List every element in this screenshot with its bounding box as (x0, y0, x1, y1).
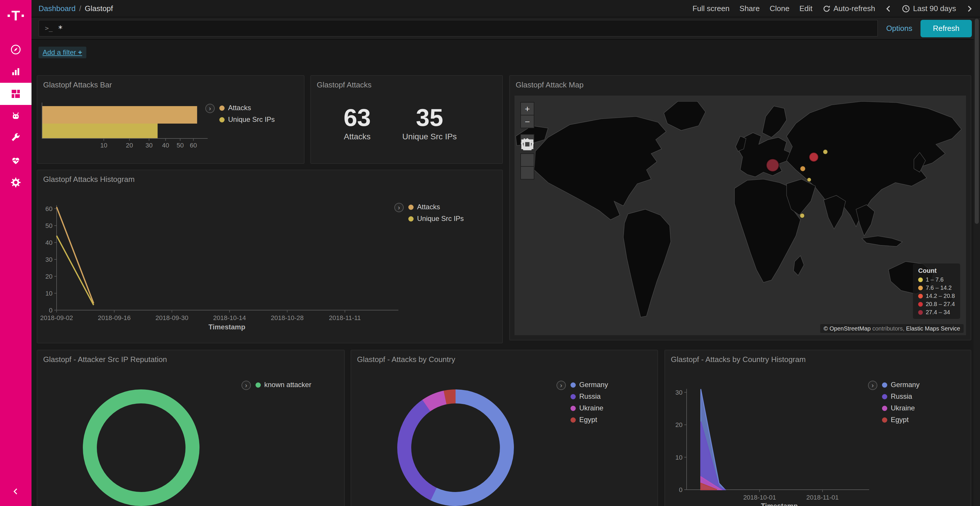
metric-value: 63 (344, 104, 371, 131)
edit-button[interactable]: Edit (799, 4, 813, 13)
collapse-nav-button[interactable] (11, 486, 21, 499)
chevron-left-icon (11, 486, 21, 496)
svg-text:10: 10 (100, 142, 107, 149)
map-legend-item: 1 – 7.6 (918, 276, 955, 283)
legend-item[interactable]: Russia (882, 392, 920, 400)
map-legend-item: 20.8 – 27.4 (918, 301, 955, 307)
legend-toggle-icon[interactable]: › (205, 104, 215, 113)
panel-glastopf-attacks-metric: Glastopf Attacks 63 Attacks 35 Unique Sr… (310, 75, 503, 164)
legend-label: Attacks (228, 104, 251, 112)
refresh-button[interactable]: Refresh (921, 19, 972, 37)
legend-color-dot (571, 417, 576, 422)
sidebar-item-devtools[interactable] (0, 127, 32, 149)
heartbeat-icon (10, 154, 22, 166)
legend-label: Egypt (891, 416, 908, 424)
query-prompt-icon: >_ (45, 24, 53, 32)
filter-bar: Add a filter + (32, 40, 980, 65)
telekom-logo[interactable]: T (7, 0, 24, 32)
sidebar-item-timelion[interactable] (0, 105, 32, 127)
legend-item[interactable]: Unique Src IPs (408, 214, 464, 223)
time-back-button[interactable] (885, 5, 892, 13)
legend-toggle-icon[interactable]: › (242, 381, 251, 390)
legend-item[interactable]: Egypt (882, 416, 920, 424)
svg-text:10: 10 (46, 290, 52, 297)
attribution-osm[interactable]: © OpenStreetMap (824, 325, 871, 332)
svg-text:30: 30 (146, 142, 153, 149)
time-range-button[interactable]: Last 90 days (902, 4, 956, 13)
legend-item[interactable]: Unique Src IPs (220, 116, 275, 124)
map-legend-title: Count (918, 267, 955, 274)
attribution-contributors: contributors, (870, 325, 906, 332)
svg-text:20: 20 (676, 421, 682, 428)
legend-item[interactable]: Russia (571, 392, 608, 400)
legend-item[interactable]: Germany (882, 381, 920, 389)
scrollbar-thumb[interactable] (975, 19, 979, 224)
time-forward-button[interactable] (966, 5, 973, 13)
dashboard-grid: Glastopf Attacks Bar 102030405060 ›Attac… (32, 0, 980, 506)
legend-toggle-icon[interactable]: › (557, 381, 566, 390)
legend-item[interactable]: known attacker (256, 381, 311, 389)
legend-toggle-icon[interactable]: › (868, 381, 877, 390)
panel-glastopf-attacks-histogram: Glastopf Attacks Histogram 0102030405060… (37, 170, 503, 343)
refresh-cycle-icon (822, 5, 830, 13)
legend-color-dot (220, 117, 224, 122)
metric-attacks: 63 Attacks (344, 104, 371, 141)
panel-title: Glastopf - Attacks by Country (351, 351, 657, 364)
metric-group: 63 Attacks 35 Unique Src IPs (311, 104, 502, 141)
sidebar-item-dashboard[interactable] (0, 83, 32, 105)
legend-item[interactable]: Ukraine (571, 404, 608, 412)
sidebar-item-management[interactable] (0, 171, 32, 194)
legend-color-dot (918, 302, 923, 306)
sidebar-item-discover[interactable] (0, 38, 32, 60)
legend-item[interactable]: Egypt (571, 416, 608, 424)
query-options-link[interactable]: Options (886, 24, 912, 33)
draw-controls (520, 154, 535, 179)
country-donut-chart (351, 351, 659, 506)
legend-item[interactable]: Ukraine (882, 404, 920, 412)
x-axis-label: Timestamp (37, 323, 417, 331)
sidebar-item-visualize[interactable] (0, 60, 32, 83)
chart-legend: ›GermanyRussiaUkraineEgypt (557, 381, 608, 424)
svg-text:30: 30 (46, 256, 52, 263)
svg-text:50: 50 (46, 222, 52, 229)
world-map[interactable]: + − (514, 95, 966, 335)
legend-label: Ukraine (579, 404, 603, 412)
legend-toggle-icon[interactable]: › (395, 203, 404, 212)
map-draw-rectangle-button[interactable] (520, 166, 535, 179)
chevron-right-icon (966, 5, 973, 13)
add-filter-link[interactable]: Add a filter + (38, 47, 86, 58)
legend-item[interactable]: Germany (571, 381, 608, 389)
attribution-elastic[interactable]: Elastic Maps Service (906, 325, 960, 332)
legend-item[interactable]: Attacks (408, 203, 464, 211)
legend-label: Germany (579, 381, 608, 389)
breadcrumb-dashboard-link[interactable]: Dashboard (38, 4, 76, 13)
svg-text:2018-11-11: 2018-11-11 (329, 314, 361, 322)
legend-label: Unique Src IPs (417, 214, 464, 223)
compass-icon (10, 44, 22, 56)
plus-icon: + (78, 48, 82, 57)
svg-text:2018-10-14: 2018-10-14 (213, 314, 246, 322)
legend-color-dot (918, 293, 923, 298)
time-range-label: Last 90 days (913, 4, 956, 13)
metric-value: 35 (402, 104, 457, 131)
sidebar-item-monitoring[interactable] (0, 149, 32, 171)
rectangle-icon (520, 103, 535, 186)
full-screen-button[interactable]: Full screen (692, 4, 729, 13)
page-scrollbar[interactable] (974, 17, 980, 506)
metric-label: Unique Src IPs (402, 132, 457, 141)
legend-item[interactable]: Attacks (220, 104, 275, 112)
search-query-input[interactable]: >_ * (38, 20, 878, 37)
svg-text:2018-09-02: 2018-09-02 (40, 314, 73, 322)
clone-button[interactable]: Clone (770, 4, 789, 13)
svg-text:2018-10-01: 2018-10-01 (743, 494, 776, 501)
svg-text:20: 20 (46, 273, 52, 280)
x-axis-label: Timestamp (665, 502, 894, 506)
chart-legend: ›GermanyRussiaUkraineEgypt (868, 381, 920, 424)
legend-color-dot (882, 394, 887, 399)
kibana-dashboard-app: T (0, 0, 980, 506)
share-button[interactable]: Share (740, 4, 759, 13)
sidebar: T (0, 0, 32, 506)
sidebar-nav (0, 38, 32, 194)
auto-refresh-button[interactable]: Auto-refresh (822, 4, 875, 13)
map-controls: + − (520, 103, 535, 186)
